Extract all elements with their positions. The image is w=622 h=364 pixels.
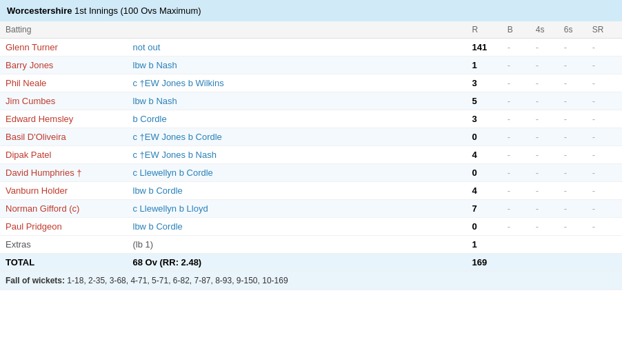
extras-detail: (lb 1) xyxy=(128,236,467,254)
extras-value: 1 xyxy=(467,236,502,254)
strike-rate: - xyxy=(587,39,622,57)
runs-scored: 0 xyxy=(467,218,502,236)
table-row: Basil D'Oliveira c †EW Jones b Cordle 0 … xyxy=(0,128,622,146)
strike-rate: - xyxy=(587,182,622,200)
sixes-hit: - xyxy=(559,200,587,218)
balls-faced: - xyxy=(502,39,530,57)
runs-scored: 3 xyxy=(467,74,502,92)
dismissal-text: b Cordle xyxy=(128,110,467,128)
strike-rate: - xyxy=(587,57,622,74)
fours-hit: - xyxy=(530,92,559,110)
table-row: Jim Cumbes lbw b Nash 5 - - - - xyxy=(0,92,622,110)
runs-scored: 1 xyxy=(467,57,502,74)
total-value: 169 xyxy=(467,254,502,272)
fours-hit: - xyxy=(530,128,559,146)
table-row: Glenn Turner not out 141 - - - - xyxy=(0,39,622,57)
dismissal-text: not out xyxy=(128,39,467,57)
total-label: TOTAL xyxy=(0,254,128,272)
sixes-hit: - xyxy=(559,92,587,110)
table-row: Barry Jones lbw b Nash 1 - - - - xyxy=(0,57,622,74)
fours-hit: - xyxy=(530,182,559,200)
runs-scored: 5 xyxy=(467,92,502,110)
col-b-header: B xyxy=(502,21,530,39)
batsman-name[interactable]: Barry Jones xyxy=(0,57,128,74)
dismissal-text: c †EW Jones b Nash xyxy=(128,146,467,164)
strike-rate: - xyxy=(587,110,622,128)
batsman-name[interactable]: Basil D'Oliveira xyxy=(0,128,128,146)
col-dismissal-header xyxy=(128,21,467,39)
innings-label: 1st Innings (100 Ovs Maximum) xyxy=(74,6,201,16)
fours-hit: - xyxy=(530,110,559,128)
fours-hit: - xyxy=(530,57,559,74)
balls-faced: - xyxy=(502,57,530,74)
fall-of-wickets-row: Fall of wickets: 1-18, 2-35, 3-68, 4-71,… xyxy=(0,272,622,290)
table-row: Phil Neale c †EW Jones b Wilkins 3 - - -… xyxy=(0,74,622,92)
dismissal-text: lbw b Nash xyxy=(128,92,467,110)
col-6s-header: 6s xyxy=(559,21,587,39)
runs-scored: 0 xyxy=(467,128,502,146)
strike-rate: - xyxy=(587,74,622,92)
batsman-name[interactable]: Paul Pridgeon xyxy=(0,218,128,236)
team-name: Worcestershire xyxy=(7,6,72,16)
fours-hit: - xyxy=(530,74,559,92)
sixes-hit: - xyxy=(559,128,587,146)
sixes-hit: - xyxy=(559,218,587,236)
fours-hit: - xyxy=(530,200,559,218)
sixes-hit: - xyxy=(559,39,587,57)
total-row: TOTAL 68 Ov (RR: 2.48) 169 xyxy=(0,254,622,272)
table-row: David Humphries † c Llewellyn b Cordle 0… xyxy=(0,164,622,182)
strike-rate: - xyxy=(587,128,622,146)
table-row: Norman Gifford (c) c Llewellyn b Lloyd 7… xyxy=(0,200,622,218)
sixes-hit: - xyxy=(559,164,587,182)
batsman-name[interactable]: Phil Neale xyxy=(0,74,128,92)
runs-scored: 0 xyxy=(467,164,502,182)
balls-faced: - xyxy=(502,182,530,200)
strike-rate: - xyxy=(587,218,622,236)
sixes-hit: - xyxy=(559,110,587,128)
strike-rate: - xyxy=(587,146,622,164)
batsman-name[interactable]: Dipak Patel xyxy=(0,146,128,164)
table-row: Vanburn Holder lbw b Cordle 4 - - - - xyxy=(0,182,622,200)
batsman-name[interactable]: Glenn Turner xyxy=(0,39,128,57)
sixes-hit: - xyxy=(559,146,587,164)
strike-rate: - xyxy=(587,164,622,182)
batsman-name[interactable]: Jim Cumbes xyxy=(0,92,128,110)
col-r-header: R xyxy=(467,21,502,39)
fours-hit: - xyxy=(530,164,559,182)
table-row: Paul Pridgeon lbw b Cordle 0 - - - - xyxy=(0,218,622,236)
dismissal-text: lbw b Cordle xyxy=(128,182,467,200)
extras-label: Extras xyxy=(0,236,128,254)
fours-hit: - xyxy=(530,39,559,57)
runs-scored: 4 xyxy=(467,182,502,200)
batsman-name[interactable]: Vanburn Holder xyxy=(0,182,128,200)
balls-faced: - xyxy=(502,200,530,218)
batsman-name[interactable]: Edward Hemsley xyxy=(0,110,128,128)
dismissal-text: c †EW Jones b Cordle xyxy=(128,128,467,146)
sixes-hit: - xyxy=(559,57,587,74)
batsman-name[interactable]: Norman Gifford (c) xyxy=(0,200,128,218)
fours-hit: - xyxy=(530,218,559,236)
header: Worcestershire 1st Innings (100 Ovs Maxi… xyxy=(0,0,622,21)
col-batting-header: Batting xyxy=(0,21,128,39)
fours-hit: - xyxy=(530,146,559,164)
balls-faced: - xyxy=(502,92,530,110)
runs-scored: 7 xyxy=(467,200,502,218)
balls-faced: - xyxy=(502,74,530,92)
strike-rate: - xyxy=(587,200,622,218)
sixes-hit: - xyxy=(559,74,587,92)
balls-faced: - xyxy=(502,164,530,182)
col-sr-header: SR xyxy=(587,21,622,39)
batsman-name[interactable]: David Humphries † xyxy=(0,164,128,182)
balls-faced: - xyxy=(502,110,530,128)
extras-row: Extras (lb 1) 1 xyxy=(0,236,622,254)
dismissal-text: c †EW Jones b Wilkins xyxy=(128,74,467,92)
table-row: Dipak Patel c †EW Jones b Nash 4 - - - - xyxy=(0,146,622,164)
scorecard-table: Batting R B 4s 6s SR Glenn Turner not ou… xyxy=(0,21,622,290)
fall-of-wickets-text: Fall of wickets: 1-18, 2-35, 3-68, 4-71,… xyxy=(0,272,622,290)
balls-faced: - xyxy=(502,128,530,146)
balls-faced: - xyxy=(502,218,530,236)
strike-rate: - xyxy=(587,92,622,110)
dismissal-text: c Llewellyn b Lloyd xyxy=(128,200,467,218)
col-4s-header: 4s xyxy=(530,21,559,39)
balls-faced: - xyxy=(502,146,530,164)
